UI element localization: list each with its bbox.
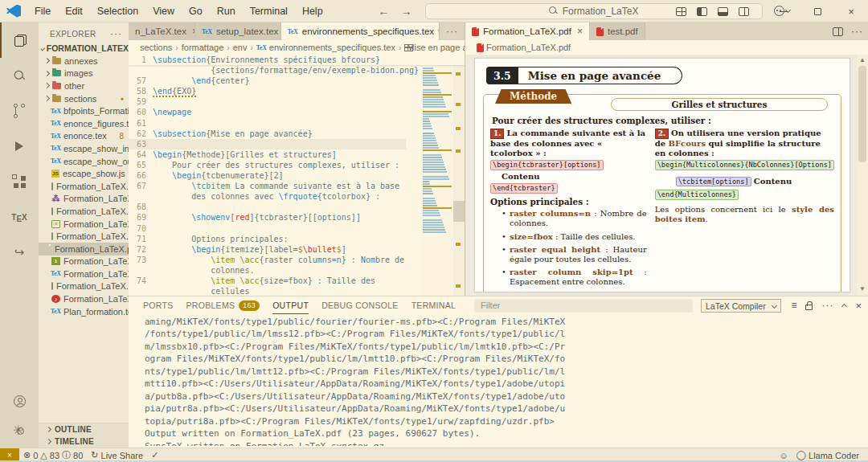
explorer-root-folder[interactable]: FORMATION_LATEX [39, 42, 129, 55]
toggle-secondary-sidebar-icon[interactable] [739, 7, 749, 16]
overview-ruler[interactable] [453, 55, 465, 296]
activity-run-debug[interactable] [0, 129, 39, 164]
code-line[interactable]: 69 \showenv[red]{tcbraster}[[options]] [129, 212, 465, 223]
panel-tab-terminal[interactable]: TERMINAL [411, 296, 457, 314]
scroll-down-icon[interactable]: ▼ [859, 285, 866, 292]
tab-n-latex-tex[interactable]: n_LaTeX.tex× [129, 22, 195, 40]
menu-go[interactable]: Go [182, 0, 210, 22]
tree-item-formation-latex-out[interactable]: Formation_LaTeX.out [39, 230, 129, 243]
breadcrumb-item[interactable]: env [233, 43, 248, 52]
timeline-section[interactable]: TIMELINE [39, 435, 129, 448]
activity-live-share[interactable]: ↪ [0, 235, 39, 270]
tree-item-images[interactable]: images [39, 67, 129, 80]
code-line[interactable]: 70 [129, 223, 465, 234]
code-line[interactable]: des colonnes avec \frquote{tcolorbox} : [129, 191, 465, 202]
tab-overflow-icon[interactable]: ··· [440, 22, 465, 40]
breadcrumb-item[interactable]: sections [140, 43, 172, 52]
code-line[interactable]: cellules [129, 286, 465, 296]
panel-tab-debug-console[interactable]: DEBUG CONSOLE [321, 296, 399, 314]
activity-source-control[interactable] [0, 93, 39, 129]
code-line[interactable]: 64\begin{Methode}[Grilles et structures] [129, 149, 465, 160]
menu-selection[interactable]: Selection [90, 0, 145, 22]
back-arrow-icon[interactable]: ← [379, 5, 390, 18]
code-line[interactable]: 68 [129, 202, 465, 212]
menu-view[interactable]: View [145, 0, 182, 22]
menu-terminal[interactable]: Terminal [243, 0, 295, 22]
split-editor-icon[interactable] [833, 27, 843, 36]
minimize-button[interactable] [767, 0, 800, 22]
code-line[interactable]: 57 \end{center} [129, 76, 465, 86]
lock-icon[interactable] [805, 305, 813, 310]
code-line[interactable]: 1\subsection{Environnements spécifiques … [129, 55, 465, 65]
tree-item-formation-latex-toc[interactable]: Formation_LaTeX.toc [39, 280, 129, 293]
output-log[interactable]: aming/MiKTeX/fonts/type1/public/fourier/… [145, 316, 865, 446]
more-actions-icon[interactable]: ··· [821, 300, 833, 311]
code-line[interactable]: 66 \begin{tcbenumerate}[2] [129, 170, 465, 181]
tree-item-escape-show-input-tex[interactable]: TeXescape_show_input.tex [39, 142, 129, 155]
breadcrumb-item[interactable]: formattage [182, 43, 224, 52]
activity-explorer[interactable] [0, 22, 39, 58]
scrollbar-thumb[interactable] [858, 66, 866, 162]
code-editor[interactable]: 1\subsection{Environnements spécifiques … [129, 55, 465, 296]
breadcrumb-item[interactable]: environnements_specifiques.tex [269, 43, 395, 52]
tree-item-sections[interactable]: sections● [39, 92, 129, 105]
tree-item-bfpoints-formation-l-[interactable]: TeXbfpoints_Formation_L... [39, 104, 129, 117]
tab-environnements-specifiques-tex[interactable]: TeXenvironnements_specifiques.tex9+× [281, 22, 440, 40]
close-panel-icon[interactable]: × [855, 300, 862, 312]
pdf-viewer[interactable]: 3.5 Mise en page avancée Méthode Grilles… [465, 55, 857, 296]
code-line[interactable]: 73 \item \acc{raster columns=n} : Nombre… [129, 255, 465, 265]
code-line[interactable]: 71 Options principales: [129, 234, 465, 244]
menu-run[interactable]: Run [210, 0, 243, 22]
code-line[interactable]: 74 \item \acc{size=fbox} : Taille des [129, 276, 465, 286]
activity-latex-workshop[interactable]: TEX [0, 199, 39, 235]
panel-tab-ports[interactable]: PORTS [143, 296, 173, 314]
panel-tab-output[interactable]: OUTPUT [272, 296, 309, 314]
tree-item-formation-latex-comp[interactable]: ⁂Formation_LaTeX.comp [39, 193, 129, 206]
breadcrumb[interactable]: sections›formattage›env›TeXenvironnement… [129, 40, 465, 55]
tab-formation-latex-pdf[interactable]: Formation_LaTeX.pdf× [465, 22, 590, 40]
close-button[interactable]: × [834, 0, 868, 22]
scrollbar-thumb[interactable] [453, 201, 465, 222]
customize-layout-icon[interactable] [676, 7, 686, 16]
tree-item-enonce-figures-tex[interactable]: TeXenonce_figures.tex [39, 117, 129, 130]
outline-section[interactable]: OUTLINE [39, 423, 129, 435]
maximize-panel-icon[interactable] [841, 304, 847, 309]
pdf-scrollbar[interactable]: ▲ ▼ [857, 55, 868, 296]
tree-item-formation-latex-aux[interactable]: Formation_LaTeX.aux [39, 180, 129, 193]
code-line[interactable]: 67 \tcbitem La commande suivante est à l… [129, 181, 465, 191]
menu-edit[interactable]: Edit [58, 0, 90, 22]
code-line[interactable]: 65 Pour créer des structures complexes, … [129, 160, 465, 170]
code-line[interactable]: 62\subsection{Mise en page avancée} [129, 129, 465, 139]
tree-item-formation-latex-log[interactable]: ≡Formation_LaTeX.log [39, 218, 129, 231]
tree-item-plan-formation-tex[interactable]: TeXPlan_formation.tex [39, 305, 129, 318]
code-line[interactable]: 72 \begin{itemize}[label=$\bullet$] [129, 244, 465, 255]
tab-test-pdf[interactable]: test.pdf [590, 22, 645, 40]
tree-item-other[interactable]: other [39, 80, 129, 92]
code-line[interactable]: 59 [129, 96, 465, 107]
output-channel-select[interactable]: LaTeX Compiler [701, 299, 781, 313]
current-line[interactable]: 63 [129, 139, 406, 149]
code-line[interactable]: 61 [129, 118, 465, 129]
settings-button[interactable] [0, 412, 39, 448]
minimap[interactable] [421, 55, 453, 296]
tree-item-formation-latex-syn-[interactable]: 1Formation_LaTeX.syn... [39, 256, 129, 268]
output-filter-input[interactable]: Filter [474, 299, 693, 313]
restore-button[interactable] [800, 0, 834, 22]
breadcrumb[interactable]: Formation_LaTeX.pdf [465, 40, 868, 55]
explorer-more-icon[interactable]: ··· [110, 28, 122, 39]
code-line[interactable]: colonnes. [129, 265, 465, 276]
tree-item-formation-latex-pdf[interactable]: Formation_LaTeX.pdf [39, 243, 129, 256]
forward-arrow-icon[interactable]: → [401, 5, 412, 18]
close-icon[interactable]: × [577, 26, 583, 37]
scroll-up-icon[interactable]: ▲ [859, 56, 866, 63]
code-line[interactable]: 58\end{EXO} [129, 86, 465, 96]
tree-item-formation-latex-voc[interactable]: ♪Formation_LaTeX.voc [39, 292, 129, 305]
panel-tab-problems[interactable]: PROBLEMS163 [186, 296, 260, 314]
menu-help[interactable]: Help [295, 0, 330, 22]
code-line[interactable]: {sections/formattage/env/exemple-bidon.p… [129, 65, 465, 76]
tree-item-annexes[interactable]: annexes [39, 55, 129, 67]
more-actions-icon[interactable]: ··· [851, 26, 863, 37]
activity-search[interactable] [0, 58, 39, 93]
menu-file[interactable]: File [27, 0, 58, 22]
tree-item-escape-show-js[interactable]: JSescape_show.js [39, 167, 129, 180]
